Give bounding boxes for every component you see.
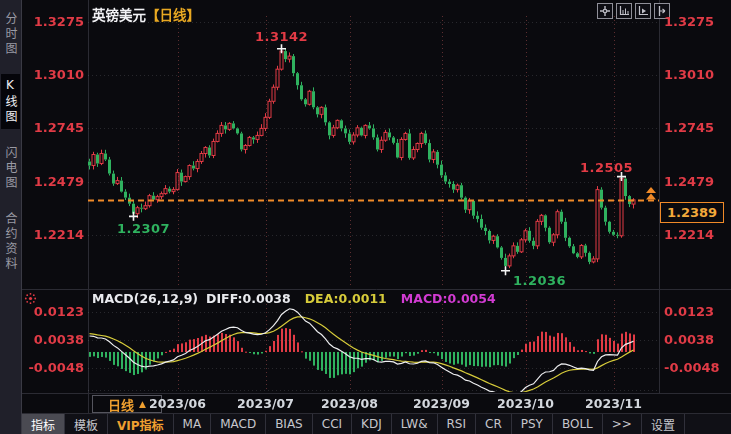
tab-macd[interactable]: MACD [211, 414, 266, 434]
crosshair-icon[interactable] [597, 3, 613, 19]
macd-params-label: MACD(26,12,9) [92, 291, 198, 306]
sidebar-item-3[interactable]: 闪电图 [1, 142, 20, 195]
sidebar-item-4[interactable]: 合约资料 [1, 208, 20, 276]
tab-vip[interactable]: VIP指标 [108, 414, 174, 434]
tab-psy[interactable]: PSY [512, 414, 553, 434]
current-price-box: 1.2389 [660, 202, 724, 223]
chart-canvas[interactable] [0, 0, 731, 434]
chart-title: 英镑美元【日线】 [92, 4, 200, 24]
sidebar-item-1[interactable]: 分时图 [1, 8, 20, 61]
tab-[interactable]: 指标 [22, 414, 65, 434]
sidebar-item-2[interactable]: K线图 [1, 74, 20, 129]
tab-[interactable]: 设置 [642, 414, 685, 434]
tab-lw[interactable]: LW& [392, 414, 438, 434]
axis-shift-icon[interactable] [654, 3, 670, 19]
tab-[interactable]: 模板 [65, 414, 108, 434]
indicator-settings-icon[interactable] [23, 292, 37, 306]
header-toolbar [597, 3, 670, 19]
macd-macd-value: MACD:0.0054 [401, 291, 496, 306]
tab-ma[interactable]: MA [174, 414, 212, 434]
x-axis-label: 2023/07 [234, 396, 298, 411]
x-axis-row: 日线▲ 2023/062023/072023/082023/092023/102… [22, 394, 731, 413]
symbol-name: 英镑美元 [92, 7, 146, 23]
tab-[interactable]: >> [603, 414, 642, 434]
tab-cr[interactable]: CR [476, 414, 512, 434]
tab-rsi[interactable]: RSI [438, 414, 477, 434]
axis-playback-icon[interactable] [635, 3, 651, 19]
period-label: 日线 [108, 395, 134, 414]
x-axis-label: 2023/11 [582, 396, 646, 411]
sidebar: 分时图K线图闪电图合约资料 [0, 0, 22, 434]
axis-zoom-icon[interactable] [616, 3, 632, 19]
tab-boll[interactable]: BOLL [553, 414, 603, 434]
indicator-tab-bar: 指标模板VIP指标MAMACDBIASCCIKDJLW&RSICRPSYBOLL… [22, 413, 731, 434]
macd-diff-value: DIFF:0.0038 [206, 291, 291, 306]
x-axis-label: 2023/06 [146, 396, 210, 411]
timeframe-label: 【日线】 [146, 7, 200, 23]
trading-app-window: 分时图K线图闪电图合约资料 英镑美元【日线】 1.32751.30101.274… [0, 0, 731, 434]
tab-cci[interactable]: CCI [313, 414, 352, 434]
macd-dea-value: DEA:0.0011 [305, 291, 387, 306]
tab-bias[interactable]: BIAS [266, 414, 313, 434]
x-axis-label: 2023/08 [318, 396, 382, 411]
x-axis-label: 2023/10 [494, 396, 558, 411]
x-axis-label: 2023/09 [410, 396, 474, 411]
macd-header: MACD(26,12,9) DIFF:0.0038 DEA:0.0011 MAC… [23, 291, 496, 306]
tab-kdj[interactable]: KDJ [352, 414, 392, 434]
